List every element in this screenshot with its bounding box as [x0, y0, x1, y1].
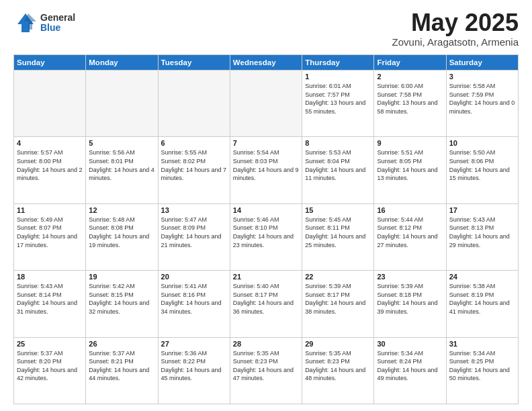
table-row: 9Sunrise: 5:51 AM Sunset: 8:05 PM Daylig… — [374, 137, 446, 203]
logo-text: General Blue — [40, 13, 75, 34]
day-number: 4 — [17, 139, 83, 147]
day-info: Sunrise: 5:37 AM Sunset: 8:21 PM Dayligh… — [89, 349, 154, 383]
day-info: Sunrise: 5:46 AM Sunset: 8:10 PM Dayligh… — [233, 216, 299, 249]
col-wednesday: Wednesday — [230, 55, 302, 71]
day-number: 14 — [233, 206, 299, 214]
table-row: 19Sunrise: 5:42 AM Sunset: 8:15 PM Dayli… — [86, 271, 158, 337]
calendar-table: Sunday Monday Tuesday Wednesday Thursday… — [13, 54, 519, 404]
logo: General Blue — [13, 11, 75, 35]
table-row: 16Sunrise: 5:44 AM Sunset: 8:12 PM Dayli… — [374, 203, 446, 270]
day-info: Sunrise: 6:01 AM Sunset: 7:57 PM Dayligh… — [305, 82, 371, 116]
day-info: Sunrise: 5:34 AM Sunset: 8:24 PM Dayligh… — [377, 349, 443, 383]
day-number: 18 — [17, 273, 83, 281]
logo-icon — [13, 11, 38, 35]
calendar-week-row: 1Sunrise: 6:01 AM Sunset: 7:57 PM Daylig… — [14, 71, 519, 137]
day-info: Sunrise: 6:00 AM Sunset: 7:58 PM Dayligh… — [377, 82, 443, 116]
table-row: 15Sunrise: 5:45 AM Sunset: 8:11 PM Dayli… — [302, 203, 374, 270]
table-row: 24Sunrise: 5:38 AM Sunset: 8:19 PM Dayli… — [446, 271, 518, 337]
day-number: 15 — [305, 206, 371, 214]
table-row: 31Sunrise: 5:34 AM Sunset: 8:25 PM Dayli… — [446, 337, 518, 404]
day-number: 31 — [449, 340, 515, 348]
table-row: 5Sunrise: 5:56 AM Sunset: 8:01 PM Daylig… — [86, 137, 158, 203]
table-row: 12Sunrise: 5:48 AM Sunset: 8:08 PM Dayli… — [86, 203, 158, 270]
table-row: 27Sunrise: 5:36 AM Sunset: 8:22 PM Dayli… — [158, 337, 230, 404]
title-location: Zovuni, Aragatsotn, Armenia — [392, 36, 519, 48]
day-info: Sunrise: 5:58 AM Sunset: 7:59 PM Dayligh… — [449, 82, 515, 116]
day-info: Sunrise: 5:50 AM Sunset: 8:06 PM Dayligh… — [449, 148, 515, 182]
col-thursday: Thursday — [302, 55, 374, 71]
day-number: 7 — [233, 139, 299, 147]
day-info: Sunrise: 5:38 AM Sunset: 8:19 PM Dayligh… — [449, 282, 515, 316]
table-row: 7Sunrise: 5:54 AM Sunset: 8:03 PM Daylig… — [230, 137, 302, 203]
table-row: 25Sunrise: 5:37 AM Sunset: 8:20 PM Dayli… — [14, 337, 86, 404]
day-info: Sunrise: 5:49 AM Sunset: 8:07 PM Dayligh… — [17, 216, 83, 249]
table-row: 26Sunrise: 5:37 AM Sunset: 8:21 PM Dayli… — [86, 337, 158, 404]
calendar-week-row: 4Sunrise: 5:57 AM Sunset: 8:00 PM Daylig… — [14, 137, 519, 203]
table-row: 21Sunrise: 5:40 AM Sunset: 8:17 PM Dayli… — [230, 271, 302, 337]
day-number: 12 — [89, 206, 154, 214]
col-saturday: Saturday — [446, 55, 518, 71]
day-number: 13 — [161, 206, 227, 214]
day-number: 6 — [161, 139, 227, 147]
table-row: 14Sunrise: 5:46 AM Sunset: 8:10 PM Dayli… — [230, 203, 302, 270]
calendar-header-row: Sunday Monday Tuesday Wednesday Thursday… — [14, 55, 519, 71]
day-info: Sunrise: 5:53 AM Sunset: 8:04 PM Dayligh… — [305, 148, 371, 182]
day-info: Sunrise: 5:45 AM Sunset: 8:11 PM Dayligh… — [305, 216, 371, 249]
day-number: 25 — [17, 340, 83, 348]
day-info: Sunrise: 5:47 AM Sunset: 8:09 PM Dayligh… — [161, 216, 227, 249]
day-number: 30 — [377, 340, 443, 348]
day-number: 3 — [449, 73, 515, 81]
col-monday: Monday — [86, 55, 158, 71]
table-row: 22Sunrise: 5:39 AM Sunset: 8:17 PM Dayli… — [302, 271, 374, 337]
day-number: 5 — [89, 139, 154, 147]
day-number: 28 — [233, 340, 299, 348]
day-number: 26 — [89, 340, 154, 348]
table-row: 13Sunrise: 5:47 AM Sunset: 8:09 PM Dayli… — [158, 203, 230, 270]
day-number: 24 — [449, 273, 515, 281]
day-info: Sunrise: 5:43 AM Sunset: 8:14 PM Dayligh… — [17, 282, 83, 316]
table-row — [230, 71, 302, 137]
calendar-week-row: 11Sunrise: 5:49 AM Sunset: 8:07 PM Dayli… — [14, 203, 519, 270]
day-info: Sunrise: 5:55 AM Sunset: 8:02 PM Dayligh… — [161, 148, 227, 182]
day-info: Sunrise: 5:39 AM Sunset: 8:18 PM Dayligh… — [377, 282, 443, 316]
page: General Blue May 2025 Zovuni, Aragatsotn… — [0, 0, 532, 411]
day-info: Sunrise: 5:37 AM Sunset: 8:20 PM Dayligh… — [17, 349, 83, 383]
table-row: 10Sunrise: 5:50 AM Sunset: 8:06 PM Dayli… — [446, 137, 518, 203]
table-row: 4Sunrise: 5:57 AM Sunset: 8:00 PM Daylig… — [14, 137, 86, 203]
col-friday: Friday — [374, 55, 446, 71]
day-number: 17 — [449, 206, 515, 214]
table-row — [158, 71, 230, 137]
day-info: Sunrise: 5:57 AM Sunset: 8:00 PM Dayligh… — [17, 148, 83, 182]
day-number: 19 — [89, 273, 154, 281]
day-info: Sunrise: 5:35 AM Sunset: 8:23 PM Dayligh… — [305, 349, 371, 383]
table-row: 29Sunrise: 5:35 AM Sunset: 8:23 PM Dayli… — [302, 337, 374, 404]
day-number: 9 — [377, 139, 443, 147]
day-info: Sunrise: 5:36 AM Sunset: 8:22 PM Dayligh… — [161, 349, 227, 383]
day-info: Sunrise: 5:51 AM Sunset: 8:05 PM Dayligh… — [377, 148, 443, 182]
day-number: 11 — [17, 206, 83, 214]
table-row: 2Sunrise: 6:00 AM Sunset: 7:58 PM Daylig… — [374, 71, 446, 137]
day-info: Sunrise: 5:56 AM Sunset: 8:01 PM Dayligh… — [89, 148, 154, 182]
table-row: 6Sunrise: 5:55 AM Sunset: 8:02 PM Daylig… — [158, 137, 230, 203]
calendar-week-row: 25Sunrise: 5:37 AM Sunset: 8:20 PM Dayli… — [14, 337, 519, 404]
logo-general-label: General — [40, 13, 75, 23]
table-row — [14, 71, 86, 137]
day-number: 21 — [233, 273, 299, 281]
day-number: 16 — [377, 206, 443, 214]
table-row: 30Sunrise: 5:34 AM Sunset: 8:24 PM Dayli… — [374, 337, 446, 404]
day-number: 27 — [161, 340, 227, 348]
header: General Blue May 2025 Zovuni, Aragatsotn… — [13, 11, 519, 48]
day-number: 20 — [161, 273, 227, 281]
day-number: 23 — [377, 273, 443, 281]
day-info: Sunrise: 5:35 AM Sunset: 8:23 PM Dayligh… — [233, 349, 299, 383]
title-block: May 2025 Zovuni, Aragatsotn, Armenia — [392, 11, 519, 48]
calendar-week-row: 18Sunrise: 5:43 AM Sunset: 8:14 PM Dayli… — [14, 271, 519, 337]
table-row: 18Sunrise: 5:43 AM Sunset: 8:14 PM Dayli… — [14, 271, 86, 337]
table-row: 28Sunrise: 5:35 AM Sunset: 8:23 PM Dayli… — [230, 337, 302, 404]
day-number: 2 — [377, 73, 443, 81]
table-row: 8Sunrise: 5:53 AM Sunset: 8:04 PM Daylig… — [302, 137, 374, 203]
table-row: 1Sunrise: 6:01 AM Sunset: 7:57 PM Daylig… — [302, 71, 374, 137]
day-info: Sunrise: 5:41 AM Sunset: 8:16 PM Dayligh… — [161, 282, 227, 316]
day-info: Sunrise: 5:43 AM Sunset: 8:13 PM Dayligh… — [449, 216, 515, 249]
col-sunday: Sunday — [14, 55, 86, 71]
